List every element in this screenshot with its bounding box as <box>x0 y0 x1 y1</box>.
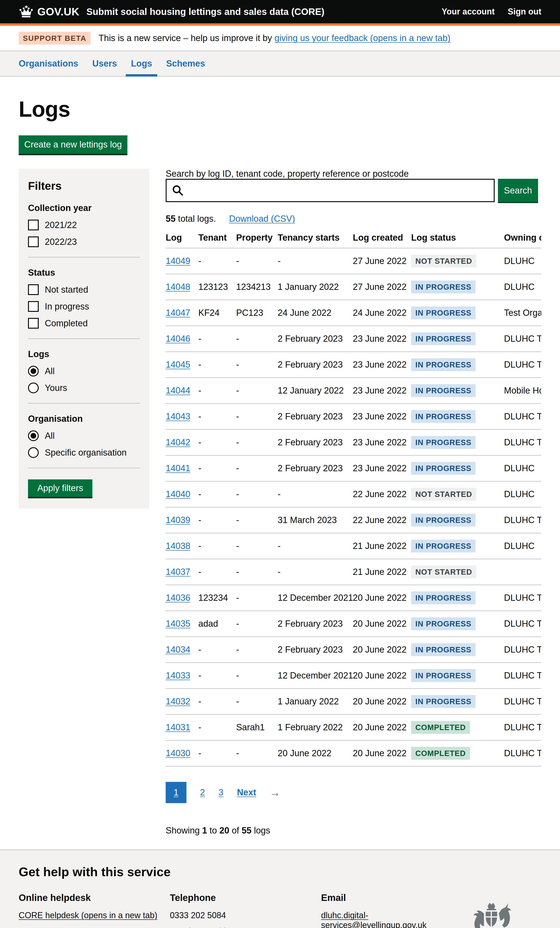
cell-tenancy-starts: 12 January 2022 <box>278 378 353 403</box>
radio-icon[interactable] <box>28 383 39 393</box>
checkbox-icon[interactable] <box>28 237 39 247</box>
status-badge: IN PROGRESS <box>411 436 476 449</box>
cell-tenant: - <box>198 559 236 585</box>
table-row: 14044--12 January 202223 June 2022IN PRO… <box>166 378 541 403</box>
log-link[interactable]: 14034 <box>166 645 191 655</box>
radio-option-yours[interactable]: Yours <box>28 383 140 393</box>
search-label: Search by log ID, tenant code, property … <box>166 169 409 179</box>
table-header-row: LogTenantPropertyTenancy startsLog creat… <box>166 231 541 248</box>
your-account-link[interactable]: Your account <box>442 7 495 17</box>
cell-owning-organisation: Test Organi <box>504 300 541 326</box>
log-link[interactable]: 14036 <box>166 593 191 603</box>
feedback-link[interactable]: giving us your feedback (opens in a new … <box>275 33 450 43</box>
service-name[interactable]: Submit social housing lettings and sales… <box>86 6 324 17</box>
log-link[interactable]: 14043 <box>166 412 191 421</box>
apply-filters-button[interactable]: Apply filters <box>28 479 92 497</box>
footer-link-core-helpdesk-opens-in-a[interactable]: CORE helpdesk (opens in a new tab) <box>19 911 157 920</box>
cell-owning-organisation: Mobile Hou <box>504 378 541 403</box>
cell-tenant: - <box>198 662 236 688</box>
create-lettings-log-button[interactable]: Create a new lettings log <box>19 135 127 154</box>
search-input[interactable] <box>166 179 495 202</box>
log-link[interactable]: 14041 <box>166 463 191 473</box>
log-link[interactable]: 14035 <box>166 619 191 629</box>
tab-schemes[interactable]: Schemes <box>161 51 210 76</box>
cell-tenant: KF24 <box>198 300 236 326</box>
table-row: 14035adad-2 February 202320 June 2022IN … <box>166 611 541 637</box>
page-link-2[interactable]: 2 <box>200 788 205 798</box>
table-row: 14042--2 February 202323 June 2022IN PRO… <box>166 429 541 455</box>
tab-organisations[interactable]: Organisations <box>14 51 84 76</box>
log-link[interactable]: 14031 <box>166 722 191 732</box>
tab-users[interactable]: Users <box>87 51 122 76</box>
checkbox-icon[interactable] <box>28 284 39 295</box>
next-page-link[interactable]: Next <box>237 788 256 798</box>
tab-logs[interactable]: Logs <box>126 51 157 76</box>
log-link[interactable]: 14046 <box>166 334 191 343</box>
log-link[interactable]: 14033 <box>166 670 191 680</box>
radio-option-all[interactable]: All <box>28 430 140 441</box>
checkbox-icon[interactable] <box>28 220 39 230</box>
footer-col-telephone: Telephone0333 202 5084Monday to Friday, … <box>170 893 321 928</box>
cell-log-created: 21 June 2022 <box>353 559 411 585</box>
table-row: 14049---27 June 2022NOT STARTEDDLUHC <box>166 248 541 274</box>
sign-out-link[interactable]: Sign out <box>508 7 541 17</box>
radio-option-specific-organisation[interactable]: Specific organisation <box>28 447 140 458</box>
page-link-1[interactable]: 1 <box>166 782 186 803</box>
cell-log-created: 23 June 2022 <box>353 403 411 429</box>
log-link[interactable]: 14048 <box>166 282 191 292</box>
filter-group-collection-year: Collection year2021/222022/23 <box>28 203 140 247</box>
column-header-tenant: Tenant <box>198 231 236 248</box>
filter-group-organisation: OrganisationAllSpecific organisation <box>28 414 140 458</box>
log-link[interactable]: 14045 <box>166 360 191 369</box>
log-link[interactable]: 14032 <box>166 696 191 706</box>
cell-tenant: - <box>198 481 236 507</box>
cell-log-created: 22 June 2022 <box>353 481 411 507</box>
cell-log-status: IN PROGRESS <box>411 611 504 637</box>
cell-owning-organisation: DLUHC Tes <box>504 662 541 688</box>
cell-log-created: 20 June 2022 <box>353 714 411 740</box>
download-csv-link[interactable]: Download (CSV) <box>229 214 295 224</box>
govuk-logo[interactable]: GOV.UK <box>37 5 79 18</box>
cell-tenant: - <box>198 533 236 559</box>
radio-icon[interactable] <box>28 366 39 377</box>
radio-option-all[interactable]: All <box>28 366 140 377</box>
cell-log-status: COMPLETED <box>411 740 504 766</box>
status-badge: IN PROGRESS <box>411 332 476 345</box>
cell-tenancy-starts: 2 February 2023 <box>278 403 353 429</box>
log-link[interactable]: 14038 <box>166 541 191 551</box>
log-link[interactable]: 14047 <box>166 308 191 317</box>
checkbox-option-2021-22[interactable]: 2021/22 <box>28 220 140 230</box>
log-link[interactable]: 14042 <box>166 437 191 447</box>
radio-icon[interactable] <box>28 430 39 441</box>
arrow-right-icon[interactable]: → <box>270 786 281 799</box>
footer-col-online-helpdesk: Online helpdeskCORE helpdesk (opens in a… <box>19 893 170 928</box>
table-row: 1404812312312342131 January 202227 June … <box>166 274 541 300</box>
checkbox-icon[interactable] <box>28 318 39 329</box>
checkbox-option-completed[interactable]: Completed <box>28 318 140 329</box>
cell-log-status: IN PROGRESS <box>411 585 504 611</box>
log-link[interactable]: 14037 <box>166 567 191 577</box>
cell-log-status: IN PROGRESS <box>411 455 504 481</box>
cell-log-created: 20 June 2022 <box>353 740 411 766</box>
cell-property: - <box>236 403 278 429</box>
table-row: 14040---22 June 2022NOT STARTEDDLUHC <box>166 481 541 507</box>
log-link[interactable]: 14049 <box>166 256 191 266</box>
checkbox-icon[interactable] <box>28 301 39 312</box>
log-link[interactable]: 14030 <box>166 748 191 758</box>
column-header-log-status: Log status <box>411 231 504 248</box>
log-link[interactable]: 14040 <box>166 489 191 499</box>
cell-owning-organisation: DLUHC <box>504 455 541 481</box>
cell-tenancy-starts: 2 February 2023 <box>278 352 353 378</box>
log-link[interactable]: 14039 <box>166 515 191 525</box>
cell-owning-organisation: DLUHC <box>504 481 541 507</box>
header: GOV.UK Submit social housing lettings an… <box>0 0 560 26</box>
checkbox-option-in-progress[interactable]: In progress <box>28 301 140 312</box>
page-link-3[interactable]: 3 <box>218 788 223 798</box>
status-badge: IN PROGRESS <box>411 410 476 423</box>
footer-link-dluhc-digital-services-l[interactable]: dluhc.digital-services@levellingup.gov.u… <box>321 911 427 928</box>
checkbox-option-2022-23[interactable]: 2022/23 <box>28 237 140 247</box>
radio-icon[interactable] <box>28 447 39 458</box>
log-link[interactable]: 14044 <box>166 386 191 395</box>
search-button[interactable]: Search <box>498 179 538 202</box>
checkbox-option-not-started[interactable]: Not started <box>28 284 140 295</box>
